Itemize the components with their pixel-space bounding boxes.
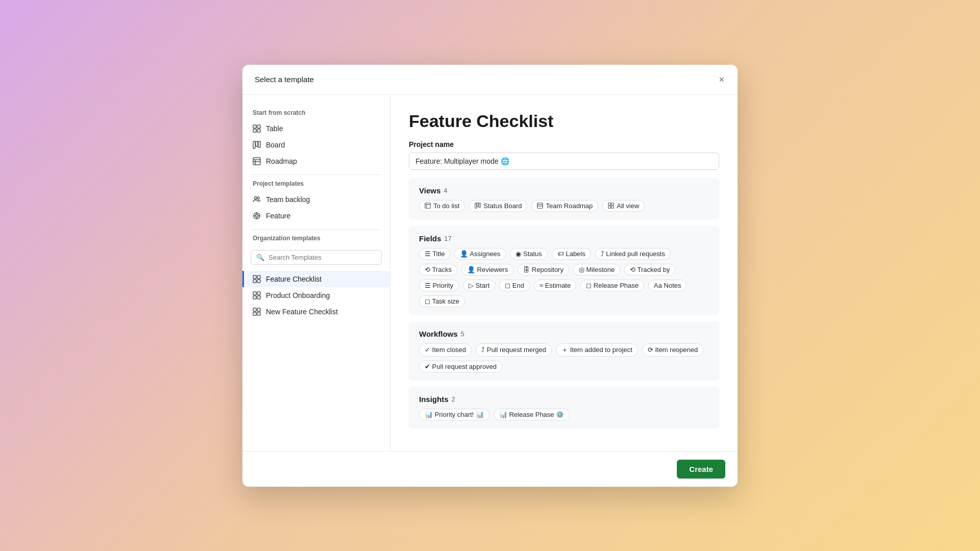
feature-checklist-label: Feature Checklist [266,275,322,283]
field-tag-labels: 🏷 Labels [552,248,591,260]
sidebar-item-roadmap[interactable]: Roadmap [242,153,390,169]
sidebar-item-team-backlog[interactable]: Team backlog [242,191,390,208]
svg-rect-36 [479,203,481,208]
fields-title: Fields 17 [419,234,709,243]
workflows-title: Workflows 5 [419,330,709,338]
feature-icon [253,212,261,220]
project-templates-label: Project templates [242,180,390,191]
field-tag-start: ▷ Start [463,280,495,291]
divider-1 [251,174,382,175]
svg-rect-5 [256,141,258,146]
views-title: Views 4 [419,186,709,195]
field-tag-title: ☰ Title [419,248,450,260]
fields-card: Fields 17 ☰ Title 👤 Assignees ◉ Status 🏷… [409,226,719,315]
template-title: Feature Checklist [409,111,719,131]
feature-checklist-icon [253,275,261,283]
svg-rect-29 [253,312,256,315]
field-tag-estimate: ≈ Estimate [534,280,576,291]
views-card: Views 4 To do list Status Board Team Roa… [409,178,719,220]
svg-rect-7 [253,158,260,165]
insight-tag-priority-chart: 📊 Priority chart! 📊 [419,409,489,420]
svg-rect-42 [608,206,611,209]
divider-2 [251,229,382,230]
svg-rect-34 [475,203,477,209]
svg-point-12 [257,197,259,199]
workflows-count: 5 [461,330,464,338]
field-tag-release-phase: ◻ Release Phase [580,280,644,291]
table-label: Table [266,124,283,133]
board-icon [253,141,261,149]
sidebar-item-board[interactable]: Board [242,137,390,153]
field-tag-tracks: ⟲ Tracks [419,264,457,276]
workflows-card: Workflows 5 ✓ Item closed ⤴ Pull request… [409,321,719,381]
insight-tag-release-phase: 📊 Release Phase ⚙️ [494,409,570,420]
svg-rect-2 [253,129,256,132]
svg-rect-4 [253,141,255,148]
new-feature-checklist-label: New Feature Checklist [266,308,338,316]
sidebar: Start from scratch Table Board Roadmap [242,95,390,451]
fields-tags: ☰ Title 👤 Assignees ◉ Status 🏷 Labels ⤴ … [419,248,709,307]
workflows-tags: ✓ Item closed ⤴ Pull request merged ＋ It… [419,343,709,372]
svg-rect-6 [258,141,260,147]
svg-rect-40 [608,203,611,206]
create-button[interactable]: Create [677,460,725,479]
workflow-tag-pr-merged: ⤴ Pull request merged [476,343,552,357]
field-tag-reviewers: 👤 Reviewers [461,264,513,276]
svg-rect-43 [611,206,614,209]
board-label: Board [266,141,285,149]
workflow-tag-pr-approved: ✔ Pull request approved [419,361,502,372]
svg-point-11 [255,196,257,199]
view-tag-todo: To do list [419,200,465,212]
search-icon: 🔍 [256,254,264,261]
product-onboarding-icon [253,291,261,299]
modal-footer: Create [242,451,738,487]
roadmap-label: Roadmap [266,157,297,165]
svg-point-14 [256,214,258,217]
field-tag-task-size: ◻ Task size [419,295,465,307]
project-name-input[interactable] [409,153,719,170]
sidebar-item-table[interactable]: Table [242,120,390,137]
svg-rect-30 [257,312,260,315]
field-tag-assignees: 👤 Assignees [454,248,506,260]
sidebar-item-product-onboarding[interactable]: Product Onboarding [242,287,390,304]
search-box[interactable]: 🔍 [251,250,382,265]
org-templates-label: Organization templates [242,235,390,246]
svg-rect-28 [257,308,260,311]
select-template-modal: Select a template × Start from scratch T… [242,65,738,487]
new-feature-checklist-icon [253,308,261,316]
feature-label: Feature [266,212,290,220]
field-tag-priority: ☰ Priority [419,280,459,291]
field-tag-repository: 🗄 Repository [518,264,569,276]
insights-card: Insights 2 📊 Priority chart! 📊 📊 Release… [409,387,719,429]
svg-rect-0 [253,125,256,128]
svg-rect-19 [253,276,256,279]
team-icon [253,195,261,204]
field-tag-notes: Aa Notes [648,280,687,291]
fields-count: 17 [444,235,451,242]
views-count: 4 [444,187,447,194]
field-tag-end: ◻ End [499,280,530,291]
svg-rect-3 [257,129,260,132]
sidebar-item-feature[interactable]: Feature [242,208,390,224]
view-tag-all-view: All view [602,200,645,212]
svg-rect-24 [257,292,260,295]
view-tag-status-board: Status Board [469,200,527,212]
product-onboarding-label: Product Onboarding [266,291,330,299]
sidebar-item-new-feature-checklist[interactable]: New Feature Checklist [242,304,390,320]
svg-rect-26 [257,296,260,299]
svg-rect-25 [253,296,256,299]
svg-rect-27 [253,308,256,311]
insights-count: 2 [452,395,455,403]
svg-rect-31 [425,203,431,209]
modal-title: Select a template [255,75,314,84]
sidebar-item-feature-checklist[interactable]: Feature Checklist [242,271,390,287]
from-scratch-label: Start from scratch [242,109,390,120]
view-tag-team-roadmap: Team Roadmap [531,200,598,212]
svg-rect-20 [257,276,260,279]
search-input[interactable] [268,254,376,261]
workflow-tag-item-added: ＋ Item added to project [556,343,638,357]
insights-title: Insights 2 [419,395,709,404]
modal-body: Start from scratch Table Board Roadmap [242,95,738,451]
close-button[interactable]: × [718,74,725,85]
modal-header: Select a template × [242,65,738,95]
